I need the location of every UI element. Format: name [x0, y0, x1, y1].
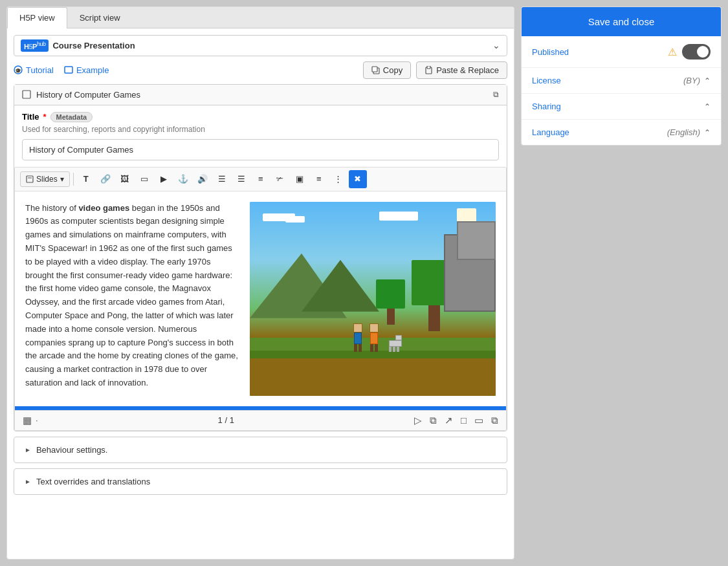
- editor-text-content[interactable]: The history of video games began in the …: [25, 202, 239, 396]
- left-panel: H5P view Script view H5Phub Course Prese…: [6, 6, 514, 560]
- behaviour-settings-header[interactable]: ► Behaviour settings.: [14, 437, 507, 463]
- published-toggle[interactable]: [682, 44, 711, 60]
- text-overrides-section: ► Text overrides and translations: [14, 468, 507, 495]
- move-slide-btn[interactable]: ↗: [445, 415, 453, 426]
- toolbar-shape-btn[interactable]: ▭: [135, 170, 153, 188]
- title-hint: Used for searching, reports and copyrigh…: [22, 125, 499, 134]
- language-section: Language (English) ⌃: [522, 120, 721, 145]
- language-chevron-icon[interactable]: ⌃: [704, 128, 711, 137]
- nav-links: 🎓 Tutorial Example: [14, 65, 350, 75]
- char2-head: [370, 323, 379, 332]
- toolbar-separator-1: [73, 173, 74, 186]
- sharing-section: Sharing ⌃: [522, 94, 721, 120]
- title-label-row: Title * Metadata: [22, 112, 499, 122]
- published-section: Published ⚠: [522, 36, 721, 68]
- delete-slide-btn[interactable]: □: [461, 415, 467, 426]
- toolbar-unordered-list-btn[interactable]: ≡: [252, 170, 270, 188]
- svg-rect-7: [23, 91, 30, 98]
- slides-icon: [26, 175, 34, 183]
- toolbar-audio-btn[interactable]: 🔊: [193, 170, 212, 188]
- bottom-right-controls: ▷ ⧉ ↗ □ ▭ ⧉: [414, 415, 498, 426]
- license-section: License (BY) ⌃: [522, 68, 721, 94]
- toolbar-table-btn[interactable]: ☰: [213, 170, 231, 188]
- text-overrides-arrow-icon: ►: [25, 478, 31, 485]
- title-input[interactable]: [22, 139, 499, 160]
- section-icon: [22, 90, 31, 99]
- char1-head: [353, 323, 362, 332]
- toolbar-dots-btn[interactable]: ⋮: [329, 170, 347, 188]
- tutorial-label: Tutorial: [26, 65, 54, 75]
- required-star: *: [43, 112, 47, 122]
- bottom-left-controls: ▦ ·: [23, 415, 38, 426]
- toolbar-anchor-btn[interactable]: ⚓: [174, 170, 192, 188]
- sharing-label: Sharing: [532, 102, 561, 111]
- slide-thumbnail-btn[interactable]: ▦: [23, 415, 32, 426]
- svg-rect-4: [372, 67, 377, 72]
- leg-right: [358, 344, 362, 352]
- tabs-bar: H5P view Script view: [7, 7, 514, 28]
- slides-dropdown-icon: ▾: [60, 175, 64, 184]
- license-chevron-icon[interactable]: ⌃: [704, 76, 711, 85]
- toggle-container: ⚠: [668, 44, 711, 60]
- minecraft-scene: [250, 202, 496, 396]
- toolbar-active-btn[interactable]: ✖: [349, 170, 367, 188]
- bottom-toolbar: ▦ · 1 / 1 ▷ ⧉ ↗ □ ▭ ⧉: [15, 410, 506, 430]
- warning-icon: ⚠: [668, 46, 677, 58]
- toolbar-chart-btn[interactable]: ▣: [291, 170, 309, 188]
- behaviour-label: Behaviour settings.: [36, 445, 108, 455]
- tab-h5p-view[interactable]: H5P view: [7, 7, 67, 28]
- a-leg1: [389, 347, 392, 352]
- med-trunk: [387, 309, 395, 325]
- right-btns: Copy Paste & Replace: [363, 61, 507, 79]
- toolbar-ordered-list-btn[interactable]: ☰: [232, 170, 250, 188]
- copy-icon: [371, 66, 380, 74]
- paste-label: Paste & Replace: [436, 65, 499, 75]
- toolbar-video-btn[interactable]: ▶: [155, 170, 173, 188]
- save-close-button[interactable]: Save and close: [522, 7, 721, 36]
- sharing-chevron-icon[interactable]: ⌃: [704, 102, 711, 111]
- toolbar-more-btn[interactable]: ≡: [310, 170, 328, 188]
- page-indicator: 1 / 1: [218, 415, 234, 425]
- page-separator: /: [225, 415, 227, 425]
- copy-button[interactable]: Copy: [363, 61, 411, 79]
- toolbar-math-btn[interactable]: ✃: [271, 170, 289, 188]
- cloud-3: [379, 212, 418, 221]
- h5p-badge: H5Phub: [21, 39, 49, 52]
- right-panel: Save and close Published ⚠ License (BY) …: [521, 6, 722, 146]
- toolbar-text-btn[interactable]: T: [77, 170, 95, 188]
- expand-btn[interactable]: ⧉: [491, 415, 498, 426]
- tutorial-link[interactable]: 🎓 Tutorial: [14, 65, 54, 75]
- example-label: Example: [76, 65, 109, 75]
- char2-legs: [370, 344, 379, 352]
- char1-body: [354, 332, 362, 344]
- example-link[interactable]: Example: [64, 65, 109, 75]
- title-section: Title * Metadata Used for searching, rep…: [14, 105, 507, 167]
- mc-character-2: [370, 323, 379, 352]
- toolbar-image-btn[interactable]: 🖼: [116, 170, 134, 188]
- content-type-selector[interactable]: H5Phub Course Presentation ⌄: [14, 35, 507, 56]
- panel-content: H5Phub Course Presentation ⌄ 🎓 Tutorial …: [7, 28, 514, 559]
- fullscreen-btn[interactable]: ▭: [474, 415, 483, 426]
- paste-replace-button[interactable]: Paste & Replace: [416, 61, 507, 79]
- char2-leg-right: [375, 344, 378, 352]
- behaviour-arrow-icon: ►: [25, 446, 31, 453]
- slides-button[interactable]: Slides ▾: [20, 171, 70, 187]
- chevron-down-icon[interactable]: ⌄: [492, 40, 500, 50]
- copy-slide-btn[interactable]: ⧉: [430, 415, 437, 426]
- tab-script-view[interactable]: Script view: [67, 7, 133, 28]
- language-value-row: (English) ⌃: [667, 127, 711, 137]
- history-title-row: History of Computer Games: [22, 90, 140, 100]
- char2-body: [370, 332, 378, 344]
- add-slide-btn[interactable]: ▷: [414, 415, 422, 426]
- mc-animal: [389, 335, 402, 352]
- metadata-badge[interactable]: Metadata: [50, 112, 93, 122]
- published-label: Published: [532, 47, 569, 57]
- cloud-2: [285, 216, 305, 223]
- expand-icon[interactable]: ⧉: [493, 90, 499, 99]
- svg-rect-8: [27, 176, 33, 182]
- toolbar-link-btn[interactable]: 🔗: [96, 170, 115, 188]
- svg-text:🎓: 🎓: [15, 67, 21, 74]
- behaviour-settings-section: ► Behaviour settings.: [14, 437, 507, 463]
- a-leg2: [393, 347, 395, 352]
- text-overrides-header[interactable]: ► Text overrides and translations: [14, 469, 507, 494]
